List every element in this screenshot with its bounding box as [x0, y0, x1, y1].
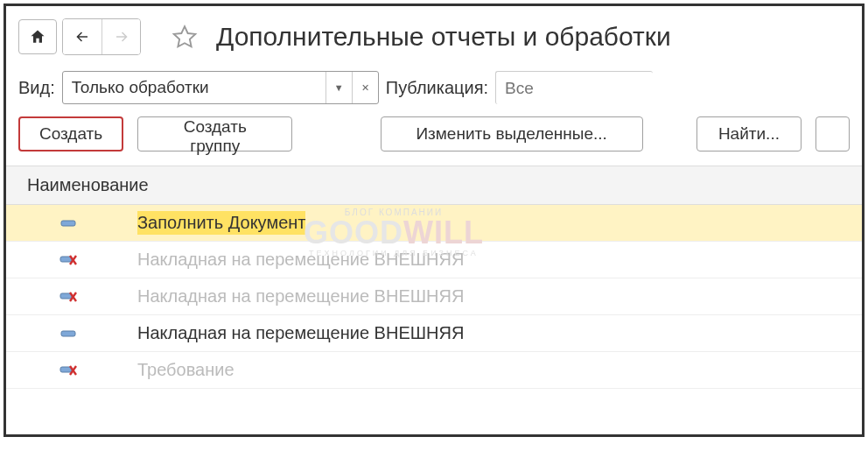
change-selected-button[interactable]: Изменить выделенные...	[381, 116, 643, 151]
row-text: Заполнить Документ	[137, 213, 305, 232]
home-button[interactable]	[18, 19, 57, 54]
row-text: Накладная на перемещение ВНЕШНЯЯ	[137, 250, 464, 270]
favorite-star-icon[interactable]	[167, 19, 202, 54]
row-text: Накладная на перемещение ВНЕШНЯЯ	[137, 323, 464, 343]
deleted-item-icon	[59, 254, 78, 266]
table-row[interactable]: Накладная на перемещение ВНЕШНЯЯ	[6, 242, 862, 278]
deleted-item-icon	[59, 364, 78, 377]
find-button[interactable]: Найти...	[696, 116, 802, 151]
type-dropdown-toggle[interactable]: ▼	[326, 72, 352, 103]
table-row[interactable]: Заполнить Документ	[6, 205, 862, 242]
row-text: Накладная на перемещение ВНЕШНЯЯ	[137, 286, 464, 307]
item-icon	[59, 219, 78, 228]
table-row[interactable]: Накладная на перемещение ВНЕШНЯЯ	[6, 278, 862, 315]
deleted-item-icon	[59, 291, 78, 303]
type-dropdown-input[interactable]	[63, 72, 326, 103]
item-icon	[59, 329, 78, 338]
svg-rect-0	[61, 221, 75, 226]
table-row[interactable]: Накладная на перемещение ВНЕШНЯЯ	[6, 315, 862, 352]
forward-button	[102, 19, 140, 54]
page-title: Дополнительные отчеты и обработки	[216, 22, 671, 52]
create-group-button[interactable]: Создать группу	[137, 116, 292, 151]
svg-rect-3	[61, 331, 75, 336]
type-dropdown-clear[interactable]: ✕	[352, 72, 378, 103]
publication-label: Публикация:	[386, 78, 488, 98]
table-row[interactable]: Требование	[6, 352, 862, 389]
publication-input[interactable]	[495, 71, 653, 104]
column-header-name[interactable]: Наименование	[6, 166, 862, 205]
row-text: Требование	[137, 360, 234, 380]
extra-button[interactable]	[816, 116, 850, 151]
type-label: Вид:	[18, 78, 55, 98]
create-button[interactable]: Создать	[18, 116, 123, 151]
back-button[interactable]	[63, 19, 102, 54]
